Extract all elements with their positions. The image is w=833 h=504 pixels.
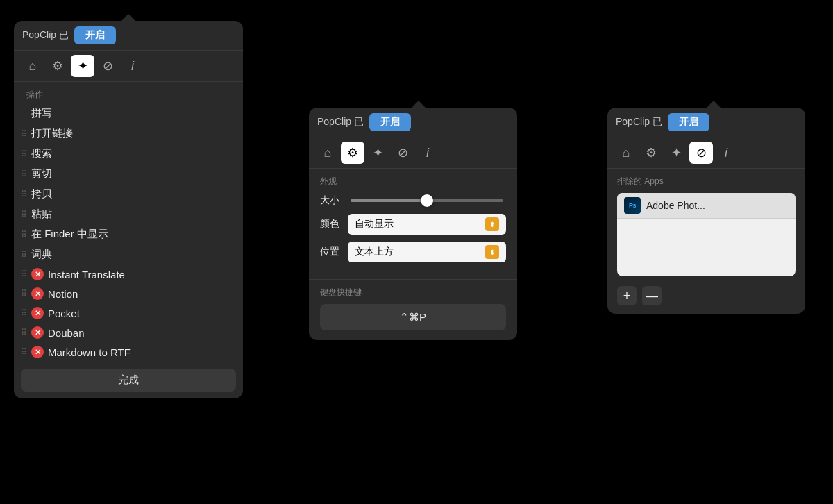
remove-app-button[interactable]: —	[642, 286, 662, 305]
item-label: Markdown to RTF	[48, 346, 233, 358]
drag-handle: ⠿	[21, 289, 27, 298]
tab-extensions-1[interactable]: ✦	[71, 55, 94, 77]
remove-icon[interactable]: ✕	[31, 346, 44, 358]
drag-handle: ⠿	[21, 150, 27, 158]
appearance-panel: PopClip 已 开启 ⌂ ⚙ ✦ ⊘ i 外观 大小 颜色 自动显示 ⬍ 位	[309, 108, 517, 340]
chevron-down-icon: ⬍	[485, 217, 499, 231]
list-item: ⠿ ✕ Notion	[14, 284, 243, 303]
list-item: ⠿ 拷贝	[14, 184, 243, 204]
panel3-title: PopClip 已	[616, 116, 662, 128]
item-label: 搜索	[31, 147, 233, 160]
tab-home-3[interactable]: ⌂	[614, 142, 638, 164]
list-item: ⠿ 词典	[14, 244, 243, 264]
item-label: Notion	[48, 288, 233, 300]
drag-handle: ⠿	[21, 348, 27, 356]
tab-settings-1[interactable]: ⚙	[46, 55, 69, 77]
item-label: 剪切	[31, 167, 233, 180]
drag-handle: ⠿	[21, 328, 27, 337]
color-row: 颜色 自动显示 ⬍	[320, 214, 506, 235]
item-label: Instant Translate	[48, 269, 233, 280]
excluded-title: 排除的 Apps	[617, 176, 796, 187]
done-button[interactable]: 完成	[21, 369, 236, 392]
panel1-header: PopClip 已 开启	[14, 21, 243, 51]
tab-info-2[interactable]: i	[416, 142, 439, 164]
tab-home-2[interactable]: ⌂	[316, 142, 339, 164]
tab-extensions-3[interactable]: ✦	[664, 142, 688, 164]
list-item: ⠿ 剪切	[14, 164, 243, 184]
tab-excluded-1[interactable]: ⊘	[96, 55, 119, 77]
excluded-section: 排除的 Apps Ps Adobe Phot...	[607, 169, 805, 280]
tab-settings-3[interactable]: ⚙	[639, 142, 663, 164]
item-label: Pocket	[48, 308, 233, 319]
tab-excluded-2[interactable]: ⊘	[391, 142, 414, 164]
app-list: Ps Adobe Phot...	[617, 193, 796, 276]
item-label: 打开链接	[31, 127, 233, 140]
color-value: 自动显示	[355, 218, 394, 230]
drag-handle: ⠿	[21, 210, 27, 219]
panel2-tabs: ⌂ ⚙ ✦ ⊘ i	[309, 137, 517, 169]
color-select[interactable]: 自动显示 ⬍	[348, 214, 506, 235]
remove-icon[interactable]: ✕	[31, 268, 44, 280]
panel3-toggle[interactable]: 开启	[668, 113, 709, 131]
list-item: ⠿ ✕ Pocket	[14, 303, 243, 323]
position-row: 位置 文本上方 ⬍	[320, 242, 506, 262]
appearance-section: 外观 大小 颜色 自动显示 ⬍ 位置 文本上方 ⬍	[309, 169, 517, 279]
list-item: ⠿ ✕ Instant Translate	[14, 264, 243, 284]
panel1-tabs: ⌂ ⚙ ✦ ⊘ i	[14, 51, 243, 82]
position-label: 位置	[320, 246, 348, 258]
appearance-title: 外观	[320, 176, 506, 187]
remove-icon[interactable]: ✕	[31, 287, 44, 300]
list-item: ⠿ 打开链接	[14, 124, 243, 144]
extensions-list: ⠿ 拼写 ⠿ 打开链接 ⠿ 搜索 ⠿ 剪切 ⠿ 拷贝 ⠿ 粘贴 ⠿	[14, 103, 243, 364]
tab-info-3[interactable]: i	[714, 142, 738, 164]
app-item[interactable]: Ps Adobe Phot...	[617, 193, 796, 219]
list-item: ⠿ 拼写	[14, 103, 243, 124]
tab-info-1[interactable]: i	[121, 55, 144, 77]
chevron-down-icon-2: ⬍	[485, 245, 499, 259]
list-item: ⠿ 在 Finder 中显示	[14, 224, 243, 244]
item-label: 拼写	[31, 107, 233, 120]
position-select[interactable]: 文本上方 ⬍	[348, 242, 506, 262]
panel1-title: PopClip 已	[22, 29, 69, 42]
item-label: 粘贴	[31, 208, 233, 221]
drag-handle: ⠿	[21, 130, 27, 138]
drag-handle: ⠿	[21, 309, 27, 317]
keyboard-title: 键盘快捷键	[320, 287, 506, 299]
list-item: ⠿ 搜索	[14, 144, 243, 164]
size-row: 大小	[320, 194, 506, 207]
panel2-toggle[interactable]: 开启	[369, 113, 411, 131]
item-label: 词典	[31, 248, 233, 261]
panel3-header: PopClip 已 开启	[607, 108, 805, 137]
extensions-panel: PopClip 已 开启 ⌂ ⚙ ✦ ⊘ i 操作 ⠿ 拼写 ⠿ 打开链接 ⠿ …	[14, 21, 243, 398]
drag-handle: ⠿	[21, 230, 27, 239]
add-app-button[interactable]: +	[617, 286, 637, 305]
panel2-header: PopClip 已 开启	[309, 108, 517, 137]
tab-home-1[interactable]: ⌂	[21, 55, 44, 77]
slider-thumb	[421, 194, 433, 207]
remove-icon[interactable]: ✕	[31, 307, 44, 319]
drag-handle: ⠿	[21, 190, 27, 199]
app-name-photoshop: Adobe Phot...	[646, 200, 705, 211]
panel3-tabs: ⌂ ⚙ ✦ ⊘ i	[607, 137, 805, 169]
list-item: ⠿ ✕ Douban	[14, 323, 243, 342]
keyboard-section: 键盘快捷键 ⌃⌘P	[309, 279, 517, 340]
color-label: 颜色	[320, 218, 348, 230]
list-item: ⠿ ✕ Markdown to RTF	[14, 342, 243, 362]
item-label: Douban	[48, 327, 233, 339]
remove-icon[interactable]: ✕	[31, 326, 44, 339]
drag-handle: ⠿	[21, 170, 27, 178]
slider-fill	[351, 199, 427, 202]
tab-extensions-2[interactable]: ✦	[366, 142, 389, 164]
size-slider[interactable]	[351, 199, 503, 202]
app-icon-photoshop: Ps	[624, 197, 641, 214]
section-label-operations: 操作	[14, 82, 243, 103]
position-value: 文本上方	[355, 246, 394, 258]
shortcut-box[interactable]: ⌃⌘P	[320, 304, 506, 330]
tab-settings-2[interactable]: ⚙	[341, 142, 364, 164]
list-item: ⠿ 粘贴	[14, 204, 243, 224]
tab-excluded-3[interactable]: ⊘	[689, 142, 713, 164]
add-remove-row: + —	[607, 280, 805, 314]
size-label: 大小	[320, 194, 348, 207]
panel2-title: PopClip 已	[317, 116, 364, 128]
panel1-toggle[interactable]: 开启	[74, 26, 116, 44]
